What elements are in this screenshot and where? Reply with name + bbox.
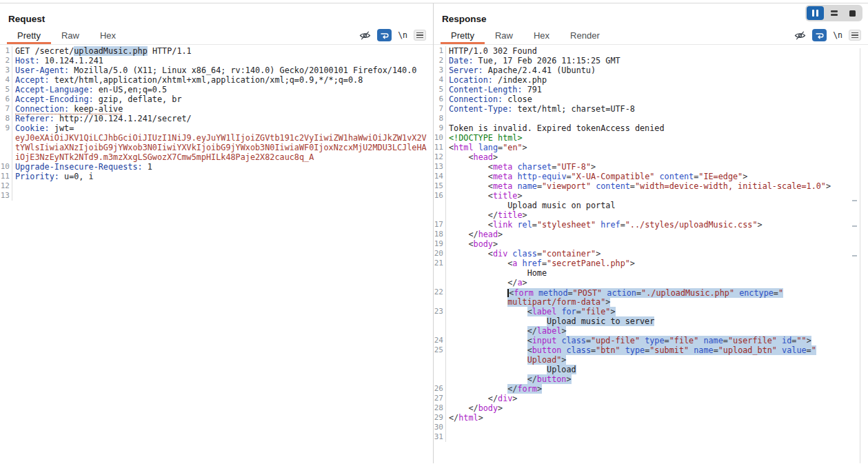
line-number: 5	[434, 85, 446, 94]
code-row: 6Accept-Encoding: gzip, deflate, br	[0, 94, 433, 104]
line-number: 14	[434, 172, 446, 181]
code-line	[446, 423, 449, 432]
code-line: <meta http-equiv="X-UA-Compatible" conte…	[446, 172, 747, 181]
hide-icon[interactable]	[359, 30, 371, 41]
single-pane-layout-button[interactable]	[844, 6, 861, 20]
line-number: 6	[434, 94, 446, 104]
code-row: </a>	[434, 278, 868, 288]
code-row: iOjE3NzEyNTk2NTd9.m3mzXxgLSGwozX7Cmw5mpH…	[0, 152, 433, 162]
menu-icon[interactable]	[849, 30, 861, 41]
code-line: Priority: u=0, i	[12, 172, 94, 181]
wrap-lines-icon	[380, 31, 390, 40]
code-line: <link rel="stylesheet" href="../styles/u…	[446, 220, 763, 230]
tab-raw[interactable]: Raw	[485, 28, 523, 44]
menu-icon[interactable]	[414, 30, 426, 41]
line-number: 2	[434, 56, 446, 65]
tab-pretty[interactable]: Pretty	[7, 28, 51, 44]
line-number: 16	[434, 191, 446, 201]
code-row: 8	[434, 114, 868, 123]
line-number: 13	[0, 191, 12, 201]
code-row: 13	[0, 191, 433, 201]
code-line	[12, 181, 15, 191]
tab-raw[interactable]: Raw	[51, 28, 90, 44]
tab-hex[interactable]: Hex	[90, 28, 126, 44]
code-line: <meta charset="UTF-8">	[446, 162, 596, 172]
line-number: 29	[434, 413, 446, 423]
line-number	[434, 374, 446, 384]
line-number: 28	[434, 403, 446, 413]
scroll-marker-rail[interactable]	[860, 48, 860, 463]
response-code-area[interactable]: 1HTTP/1.0 302 Found2Date: Tue, 17 Feb 20…	[434, 45, 868, 442]
line-number: 12	[434, 152, 446, 162]
code-line: <label for="file">	[446, 307, 616, 316]
response-tab-bar: PrettyRawHexRender \n	[434, 28, 868, 45]
code-row: </label>	[434, 326, 868, 336]
code-row: Upload	[434, 365, 868, 374]
line-number: 17	[434, 220, 446, 230]
code-line: <form method="POST" action="./uploadMusi…	[446, 288, 783, 297]
code-line: </button>	[446, 374, 572, 384]
code-row: 27 </div>	[434, 394, 868, 403]
line-number: 15	[434, 181, 446, 191]
hide-icon[interactable]	[794, 30, 806, 41]
line-number	[434, 316, 446, 326]
code-line: eyJ0eXAiOiJKV1QiLCJhbGciOiJIUzI1NiJ9.eyJ…	[12, 133, 427, 143]
line-number: 31	[434, 432, 446, 442]
code-row: 23 <label for="file">	[434, 307, 868, 316]
line-number: 7	[434, 104, 446, 114]
line-number: 25	[434, 345, 446, 355]
code-line	[12, 191, 15, 201]
line-number: 23	[434, 307, 446, 316]
code-line: Home	[446, 268, 547, 278]
code-row: 7Content-Type: text/html; charset=UTF-8	[434, 104, 868, 114]
code-line: iOjE3NzEyNTk2NTd9.m3mzXxgLSGwozX7Cmw5mpH…	[12, 152, 314, 162]
code-row: 16 <title>	[434, 191, 868, 201]
code-row: </button>	[434, 374, 868, 384]
code-line: Connection: keep-alive	[12, 104, 123, 114]
request-panel-title: Request	[0, 3, 433, 28]
request-toolbar: \n	[359, 29, 426, 41]
line-number	[434, 201, 446, 210]
split-columns-layout-button[interactable]	[807, 6, 824, 20]
line-number: 9	[434, 123, 446, 133]
tab-pretty[interactable]: Pretty	[441, 28, 485, 44]
code-row: 11<html lang="en">	[434, 143, 868, 152]
code-line: User-Agent: Mozilla/5.0 (X11; Linux x86_…	[12, 65, 416, 75]
code-line: Upload music to server	[446, 316, 654, 326]
code-line: <a href="secretPanel.php">	[446, 259, 635, 268]
scroll-marker	[852, 225, 857, 227]
line-number: 24	[434, 336, 446, 345]
line-number: 3	[434, 65, 446, 75]
code-row: 20 <div class="container">	[434, 249, 868, 259]
line-number: 8	[434, 114, 446, 123]
request-code-area[interactable]: 1GET /secret/uploadMusic.php HTTP/1.12Ho…	[0, 45, 433, 201]
tab-render[interactable]: Render	[560, 28, 610, 44]
code-line: </form>	[446, 384, 542, 394]
line-number	[434, 326, 446, 336]
line-number	[434, 297, 446, 307]
split-rows-layout-button[interactable]	[825, 6, 842, 20]
columns-icon	[812, 10, 814, 17]
code-line	[446, 114, 449, 123]
newline-toggle[interactable]: \n	[833, 30, 842, 40]
code-line: <html lang="en">	[446, 143, 527, 152]
line-number: 3	[0, 65, 12, 75]
code-row: 17 <link rel="stylesheet" href="../style…	[434, 220, 868, 230]
code-row: 21 <a href="secretPanel.php">	[434, 259, 868, 268]
wrap-lines-button[interactable]	[812, 29, 827, 41]
code-row: 12	[0, 181, 433, 191]
line-number: 1	[434, 46, 446, 56]
line-number	[434, 268, 446, 278]
newline-toggle[interactable]: \n	[398, 30, 407, 40]
tab-hex[interactable]: Hex	[523, 28, 560, 44]
wrap-lines-button[interactable]	[377, 29, 392, 41]
code-line: Location: /index.php	[446, 75, 547, 85]
code-line: <title>	[446, 191, 523, 201]
code-line: Connection: close	[446, 94, 532, 104]
line-number	[434, 210, 446, 220]
code-row: 15 <meta name="viewport" content="width=…	[434, 181, 868, 191]
code-line: Content-Length: 791	[446, 85, 542, 94]
wrap-lines-icon	[815, 31, 825, 40]
line-number: 10	[0, 162, 12, 172]
code-row: 4Location: /index.php	[434, 75, 868, 85]
